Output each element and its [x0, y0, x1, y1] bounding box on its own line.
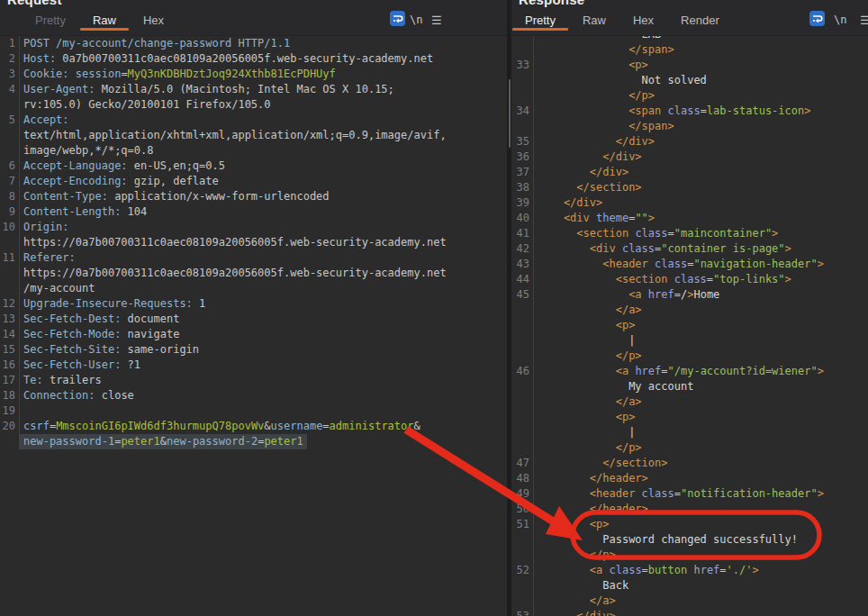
line-number: 40	[511, 211, 534, 226]
line-number	[511, 425, 534, 440]
code-text: </a>	[534, 303, 646, 318]
code-line: 43 <header class="navigation-header">	[511, 257, 868, 272]
line-number	[511, 88, 534, 104]
code-line: Back	[511, 578, 868, 593]
line-number: 46	[511, 364, 534, 379]
line-number: 13	[0, 312, 20, 327]
code-text: <p>	[534, 58, 652, 73]
line-number	[511, 303, 534, 318]
code-text: <div class="container is-page">	[534, 241, 795, 257]
code-text: </p>	[534, 349, 646, 364]
menu-icon[interactable]: ☰	[860, 14, 868, 27]
response-editor[interactable]: LAB </span>33 <p> Not solved </p>34 <spa…	[511, 36, 868, 616]
response-panel: Response Pretty Raw Hex Render \n ☰ LAB …	[511, 0, 868, 616]
line-number	[511, 349, 534, 364]
code-line: 17Te: trailers	[0, 373, 507, 388]
line-number	[511, 548, 534, 563]
code-line: 7Accept-Encoding: gzip, deflate	[0, 174, 507, 189]
code-line: https://0a7b00700311c0aec08109a20056005f…	[0, 266, 507, 281]
code-line: My account	[511, 379, 868, 394]
code-line: <p>	[511, 318, 868, 333]
request-editor[interactable]: 1POST /my-account/change-password HTTP/1…	[0, 36, 507, 616]
code-line: 9Content-Length: 104	[0, 204, 507, 220]
code-text: Accept-Language: en-US,en;q=0.5	[20, 159, 229, 174]
line-number: 17	[0, 373, 20, 388]
code-text: Upgrade-Insecure-Requests: 1	[20, 296, 209, 312]
response-toolbar-icons: \n ☰	[511, 0, 868, 36]
newline-toggle-icon[interactable]: \n	[410, 14, 422, 26]
code-line: 5Accept:	[0, 113, 507, 128]
line-number: 48	[511, 471, 534, 486]
code-text: </div>	[534, 609, 619, 616]
line-number: 47	[511, 456, 534, 471]
code-line: </a>	[511, 593, 868, 609]
code-text: <a href="/my-account?id=wiener">	[534, 364, 827, 379]
code-line: 52 <a class=button href='./'>	[511, 563, 868, 578]
code-line: 34 <span class=lab-status-icon>	[511, 104, 868, 119]
code-line: 46 <a href="/my-account?id=wiener">	[511, 364, 868, 379]
line-number: 37	[511, 165, 534, 180]
line-number	[0, 434, 20, 449]
word-wrap-icon[interactable]	[809, 11, 825, 26]
line-number: 9	[0, 204, 20, 220]
line-number: 4	[0, 82, 20, 97]
code-line: </span>	[511, 119, 868, 134]
code-text: https://0a7b00700311c0aec08109a20056005f…	[20, 235, 450, 250]
code-line: 13Sec-Fetch-Dest: document	[0, 312, 507, 327]
code-text: <a href=/>Home	[534, 287, 723, 303]
line-number: 12	[0, 296, 20, 312]
code-line: 48 </header>	[511, 471, 868, 486]
line-number: 16	[0, 358, 20, 373]
code-text: Te: trailers	[20, 373, 105, 388]
line-number	[511, 440, 534, 456]
code-line: 40 <div theme="">	[511, 211, 868, 226]
code-text: </div>	[534, 134, 658, 149]
code-text: <section class="top-links">	[534, 272, 795, 287]
code-line: 47 </section>	[511, 456, 868, 471]
code-line: 3Cookie: session=MyQ3nKDBHDztJoq924Xthb8…	[0, 67, 507, 82]
code-line: 15Sec-Fetch-Site: same-origin	[0, 342, 507, 358]
line-number: 10	[0, 220, 20, 235]
line-number: 2	[0, 51, 20, 67]
line-number: 8	[0, 189, 20, 204]
code-text: </p>	[534, 88, 658, 104]
code-text: Content-Length: 104	[20, 204, 150, 220]
code-line: 6Accept-Language: en-US,en;q=0.5	[0, 159, 507, 174]
line-number: 1	[0, 36, 20, 51]
line-number: 14	[0, 327, 20, 342]
line-number	[511, 318, 534, 333]
code-line: |	[511, 425, 868, 440]
code-line: </p>	[511, 548, 868, 563]
line-number	[511, 73, 534, 88]
code-text: <p>	[534, 517, 612, 532]
code-text: text/html,application/xhtml+xml,applicat…	[20, 128, 450, 143]
line-number: 45	[511, 287, 534, 303]
code-line: 53 </div>	[511, 609, 868, 616]
code-text: Sec-Fetch-Mode: navigate	[20, 327, 183, 342]
code-text: LAB	[534, 36, 665, 42]
code-text: Sec-Fetch-Dest: document	[20, 312, 183, 327]
code-text: <section class="maincontainer">	[534, 226, 782, 241]
line-number: 34	[511, 104, 534, 119]
code-line: </a>	[511, 394, 868, 410]
code-line: </span>	[511, 42, 868, 58]
code-line: |	[511, 333, 868, 349]
line-number	[0, 128, 20, 143]
line-number: 42	[511, 241, 534, 257]
response-code: LAB </span>33 <p> Not solved </p>34 <spa…	[511, 36, 868, 616]
code-line: 50 </header>	[511, 502, 868, 517]
line-number	[511, 333, 534, 349]
line-number	[511, 410, 534, 425]
code-text: My account	[534, 379, 697, 394]
line-number: 43	[511, 257, 534, 272]
code-line: </p>	[511, 88, 868, 104]
line-number: 39	[511, 195, 534, 211]
scrollbar-thumb[interactable]	[509, 79, 511, 148]
newline-toggle-icon[interactable]: \n	[834, 14, 846, 26]
word-wrap-icon[interactable]	[390, 11, 405, 26]
menu-icon[interactable]: ☰	[431, 14, 442, 27]
code-text: csrf=MmscoinGI6pIWd6df3hurmupQ78povWv&us…	[20, 419, 424, 434]
line-number: 6	[0, 159, 20, 174]
code-text: </header>	[534, 502, 652, 517]
code-text: Referer:	[20, 250, 79, 266]
